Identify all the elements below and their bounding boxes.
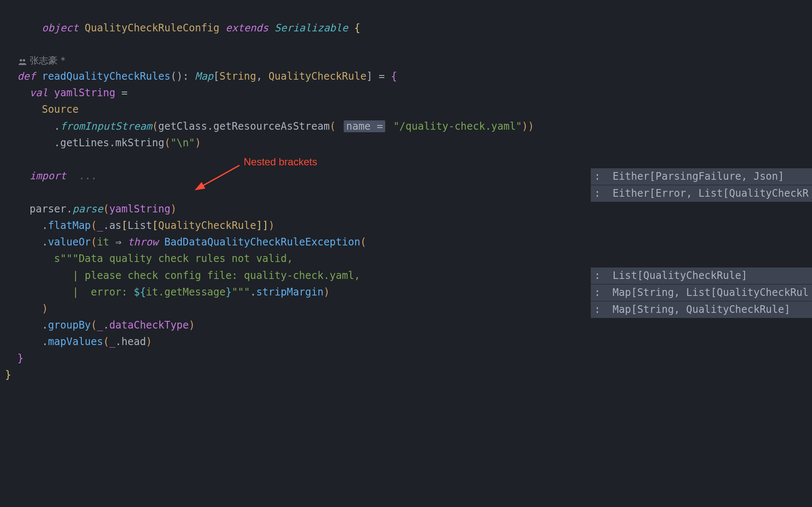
underscore: _ — [97, 319, 103, 331]
paren-close: ) — [268, 220, 274, 231]
exception-name: BadDataQualityCheckRuleException — [164, 236, 360, 248]
string-part: | error: — [54, 286, 134, 298]
paren-close: ) — [170, 203, 176, 215]
param-hint: name = — [344, 120, 386, 132]
method-name: readQualityCheckRules — [42, 70, 170, 82]
field-datachecktype: dataCheckType — [109, 319, 189, 331]
code-line[interactable]: } — [5, 367, 812, 383]
brace-close: } — [5, 369, 11, 381]
annotation-arrow-icon — [191, 161, 246, 193]
dot: . — [207, 120, 213, 132]
paren-open: ( — [360, 236, 366, 248]
code-line[interactable]: .getLines.mkString("\n") — [5, 135, 812, 151]
method-groupby: groupBy — [48, 319, 91, 331]
keyword-throw: throw — [128, 236, 158, 248]
dot: . — [42, 236, 48, 248]
arrow: ⇒ — [115, 236, 121, 248]
code-line[interactable]: .flatMap(_.as[List[QualityCheckRule]]) — [5, 217, 812, 234]
svg-point-1 — [23, 59, 25, 62]
method-flatmap: flatMap — [48, 220, 91, 231]
dot: . — [54, 137, 60, 149]
author-hint: 张志豪 * — [5, 53, 812, 68]
code-line[interactable]: .mapValues(_.head) — [5, 334, 812, 350]
type-hint: : List[QualityCheckRule] — [591, 267, 812, 284]
variable-name: yamlString — [54, 87, 116, 99]
ident-source: Source — [42, 103, 79, 115]
interp-open: ${ — [133, 286, 146, 298]
underscore: _ — [109, 336, 115, 348]
type-hint: : Map[String, List[QualityCheckRul — [591, 284, 812, 301]
type-hint-block: : List[QualityCheckRule] : Map[String, L… — [591, 267, 812, 318]
ident-parser: parser — [30, 203, 67, 215]
keyword-extends: extends — [225, 22, 268, 34]
paren-open: ( — [103, 336, 109, 348]
dot: . — [103, 220, 109, 231]
type-hint-block: : Either[ParsingFailure, Json] : Either[… — [591, 168, 812, 202]
ident-getclass: getClass — [158, 120, 207, 132]
method-head: head — [122, 336, 146, 348]
method-getlines: getLines — [60, 137, 109, 149]
blank-line[interactable] — [5, 151, 812, 168]
annotation-text: Nested brackets — [244, 153, 317, 170]
string-literal: s"""Data quality check rules not valid, — [54, 253, 293, 265]
keyword-import: import — [30, 170, 67, 182]
code-line[interactable]: def readQualityCheckRules(): Map[String,… — [5, 68, 812, 85]
brace-close: } — [17, 352, 23, 364]
code-line[interactable]: s"""Data quality check rules not valid, — [5, 251, 812, 267]
interp-close: } — [225, 286, 231, 298]
code-line[interactable]: .valueOr(it ⇒ throw BadDataQualityCheckR… — [5, 234, 812, 251]
bracket-open-outer: [ — [122, 220, 128, 231]
code-line[interactable]: parser.parse(yamlString) — [5, 201, 812, 217]
string-literal: "\n" — [170, 137, 195, 149]
interp-it: it — [146, 286, 158, 298]
bracket-close-outer: ] — [262, 220, 268, 231]
paren-open: ( — [330, 120, 336, 132]
brace-open: { — [391, 70, 397, 82]
dot: . — [42, 319, 48, 331]
dot: . — [158, 286, 164, 298]
paren-open: ( — [152, 120, 158, 132]
type-map: Map — [195, 70, 213, 82]
code-editor[interactable]: object QualityCheckRuleConfig extends Se… — [0, 0, 812, 507]
code-line[interactable]: } — [5, 350, 812, 367]
bracket-close-inner: ] — [256, 220, 262, 231]
parens: () — [170, 70, 183, 82]
string-literal: "/quality-check.yaml" — [393, 120, 522, 132]
keyword-val: val — [30, 87, 48, 99]
method-mapvalues: mapValues — [48, 336, 103, 348]
dot: . — [42, 336, 48, 348]
method-valueor: valueOr — [48, 236, 91, 248]
method-mkstring: mkString — [115, 137, 164, 149]
param-it: it — [97, 236, 109, 248]
bracket-open-inner: [ — [152, 220, 158, 231]
keyword-object: object — [42, 22, 79, 34]
paren-open: ( — [103, 203, 109, 215]
type-hint: : Map[String, QualityCheckRule] — [591, 301, 812, 318]
code-line[interactable]: .fromInputStream(getClass.getResourceAsS… — [5, 118, 812, 135]
type-qcr: QualityCheckRule — [158, 220, 256, 231]
method-getmessage: getMessage — [164, 286, 226, 298]
type-string: String — [220, 70, 256, 82]
type-serializable: Serializable — [275, 22, 348, 34]
code-line[interactable]: Source — [5, 101, 812, 118]
author-name: 张志豪 — [30, 53, 58, 68]
string-literal: | please check config file: quality-chec… — [54, 270, 360, 281]
folded-dots[interactable]: ... — [78, 170, 97, 182]
code-line[interactable]: .groupBy(_.dataCheckType) — [5, 317, 812, 334]
dot: . — [109, 137, 115, 149]
string-close: """ — [232, 286, 250, 298]
code-line[interactable]: object QualityCheckRuleConfig extends Se… — [5, 3, 812, 53]
code-line[interactable]: val yamlString = — [5, 85, 812, 101]
method-frominputstream: fromInputStream — [60, 120, 152, 132]
type-hint: : Either[Error, List[QualityCheckR — [591, 185, 812, 202]
brace-open: { — [354, 22, 360, 34]
method-as: as — [109, 220, 122, 231]
type-name: QualityCheckRuleConfig — [85, 22, 220, 34]
dot: . — [42, 220, 48, 231]
paren-close: ) — [42, 303, 48, 315]
paren-open: ( — [164, 137, 170, 149]
dot: . — [103, 319, 109, 331]
underscore: _ — [97, 220, 103, 231]
paren-open: ( — [91, 319, 97, 331]
dot: . — [115, 336, 121, 348]
